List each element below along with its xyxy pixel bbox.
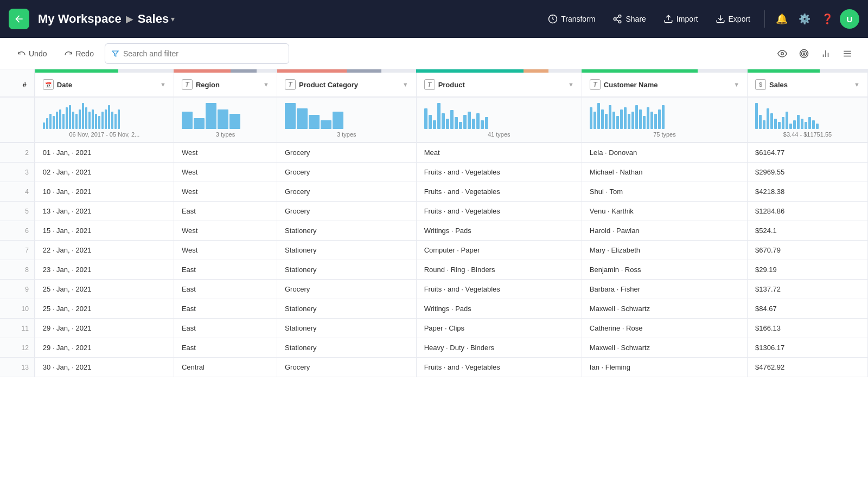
breadcrumb-separator: ▶ xyxy=(126,13,133,25)
search-bar[interactable] xyxy=(105,43,289,64)
category-type-icon: T xyxy=(285,79,296,90)
view-dropdown-arrow[interactable]: ▾ xyxy=(171,15,175,23)
sales-cell: $29.19 xyxy=(748,260,868,280)
sales-cell: $670.79 xyxy=(748,241,868,260)
notification-button[interactable]: 🔔 xyxy=(771,9,792,29)
rownum-header: # xyxy=(0,73,35,97)
table-row: 722 · Jan, · 2021WestStationeryComputer … xyxy=(0,241,868,260)
view-eye-button[interactable] xyxy=(773,44,792,63)
nav-divider xyxy=(764,10,765,28)
region-cell: East xyxy=(174,299,277,319)
toolbar: Undo Redo xyxy=(0,38,868,69)
svg-line-5 xyxy=(616,20,619,21)
settings-button[interactable]: ⚙️ xyxy=(794,9,815,29)
category-sort-icon[interactable]: ▼ xyxy=(403,81,409,88)
product-cell: Fruits · and · Vegetables xyxy=(416,358,582,377)
region-column-header[interactable]: T Region ▼ xyxy=(174,73,277,97)
region-cell: West xyxy=(174,182,277,202)
sales-cell: $6164.77 xyxy=(748,143,868,163)
category-col-label: Product Category xyxy=(299,81,358,89)
category-cell: Stationery xyxy=(277,241,417,260)
region-type-icon: T xyxy=(182,79,193,90)
customer-col-label: Customer Name xyxy=(604,81,658,89)
svg-point-4 xyxy=(619,21,622,23)
transform-button[interactable]: Transform xyxy=(540,10,603,28)
customer-cell: Maxwell · Schwartz xyxy=(582,299,747,319)
category-cell: Stationery xyxy=(277,221,417,241)
category-cell: Grocery xyxy=(277,358,417,377)
sales-cell: $1306.17 xyxy=(748,338,868,358)
product-cell: Writings · Pads xyxy=(416,299,582,319)
region-sort-icon[interactable]: ▼ xyxy=(263,81,269,88)
row-number: 6 xyxy=(0,221,35,241)
region-cell: East xyxy=(174,338,277,358)
help-button[interactable]: ❓ xyxy=(817,9,838,29)
date-cell: 29 · Jan, · 2021 xyxy=(35,338,174,358)
product-column-header[interactable]: T Product ▼ xyxy=(416,73,582,97)
export-button[interactable]: Export xyxy=(708,10,758,28)
table-row: 925 · Jan, · 2021EastGroceryFruits · and… xyxy=(0,280,868,299)
product-cell: Heavy · Duty · Binders xyxy=(416,338,582,358)
date-cell: 13 · Jan, · 2021 xyxy=(35,202,174,221)
category-cell: Grocery xyxy=(277,163,417,182)
data-table-container: # 📅 Date ▼ T Region ▼ xyxy=(0,69,868,478)
table-row: 1330 · Jan, · 2021CentralGroceryFruits ·… xyxy=(0,358,868,377)
back-button[interactable] xyxy=(9,9,29,29)
date-column-header[interactable]: 📅 Date ▼ xyxy=(35,73,174,97)
region-cell: West xyxy=(174,163,277,182)
svg-point-3 xyxy=(614,18,617,21)
region-cell: East xyxy=(174,260,277,280)
user-avatar[interactable]: U xyxy=(840,9,859,29)
row-number: 2 xyxy=(0,143,35,163)
summary-row: 06 Nov, 2017 - 05 Nov, 2... 3 types 3 ty… xyxy=(0,97,868,143)
product-summary-label: 41 types xyxy=(424,131,574,138)
summary-rownum xyxy=(0,97,35,143)
category-summary: 3 types xyxy=(277,97,417,143)
sales-cell: $4218.38 xyxy=(748,182,868,202)
sales-sort-icon[interactable]: ▼ xyxy=(854,81,860,88)
product-cell: Writings · Pads xyxy=(416,221,582,241)
layout-button[interactable] xyxy=(838,44,857,63)
workspace-title: My Workspace xyxy=(38,12,122,26)
region-cell: West xyxy=(174,221,277,241)
category-column-header[interactable]: T Product Category ▼ xyxy=(277,73,417,97)
customer-cell: Ian · Fleming xyxy=(582,358,747,377)
customer-summary-label: 75 types xyxy=(590,131,739,138)
search-input[interactable] xyxy=(123,49,282,58)
date-summary-label: 06 Nov, 2017 - 05 Nov, 2... xyxy=(43,131,166,138)
date-type-icon: 📅 xyxy=(43,79,54,90)
toolbar-right xyxy=(773,44,857,63)
table-row: 1025 · Jan, · 2021EastStationeryWritings… xyxy=(0,299,868,319)
date-cell: 01 · Jan, · 2021 xyxy=(35,143,174,163)
region-cell: West xyxy=(174,143,277,163)
customer-column-header[interactable]: T Customer Name ▼ xyxy=(582,73,747,97)
row-number: 8 xyxy=(0,260,35,280)
table-row: 410 · Jan, · 2021WestGroceryFruits · and… xyxy=(0,182,868,202)
sales-column-header[interactable]: $ Sales ▼ xyxy=(748,73,868,97)
category-cell: Grocery xyxy=(277,202,417,221)
redo-label: Redo xyxy=(75,49,93,58)
product-sort-icon[interactable]: ▼ xyxy=(568,81,574,88)
region-cell: Central xyxy=(174,358,277,377)
share-button[interactable]: Share xyxy=(605,10,653,28)
top-navigation: My Workspace ▶ Sales ▾ Transform Share I… xyxy=(0,0,868,38)
customer-cell: Barbara · Fisher xyxy=(582,280,747,299)
target-button[interactable] xyxy=(794,44,814,63)
chart-button[interactable] xyxy=(816,44,835,63)
current-view-title: Sales xyxy=(138,12,169,26)
sales-cell: $524.1 xyxy=(748,221,868,241)
customer-sort-icon[interactable]: ▼ xyxy=(733,81,739,88)
region-summary-label: 3 types xyxy=(182,131,269,138)
sales-type-icon: $ xyxy=(755,79,766,90)
import-button[interactable]: Import xyxy=(656,10,706,28)
sales-cell: $84.67 xyxy=(748,299,868,319)
date-sort-icon[interactable]: ▼ xyxy=(160,81,166,88)
redo-button[interactable]: Redo xyxy=(58,46,100,62)
sales-cell: $137.72 xyxy=(748,280,868,299)
product-cell: Fruits · and · Vegetables xyxy=(416,280,582,299)
customer-cell: Mary · Elizabeth xyxy=(582,241,747,260)
sales-cell: $2969.55 xyxy=(748,163,868,182)
undo-button[interactable]: Undo xyxy=(11,46,53,62)
customer-cell: Maxwell · Schwartz xyxy=(582,338,747,358)
customer-cell: Catherine · Rose xyxy=(582,319,747,338)
